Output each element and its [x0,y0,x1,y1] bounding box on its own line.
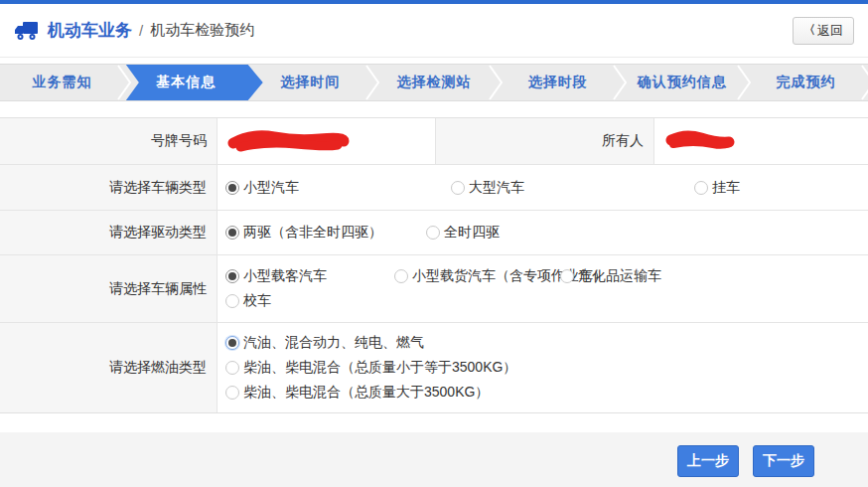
radio-option[interactable]: 小型载客汽车 [225,267,394,285]
options-group: 两驱（含非全时四驱）全时四驱 [217,211,868,254]
radio-option-label: 校车 [243,292,271,310]
step-item-6[interactable]: 确认预约信息 [620,65,744,100]
owner-label: 所有人 [436,118,654,164]
radio-unselected-icon[interactable] [225,361,239,375]
step-label: 基本信息 [156,74,216,91]
options-group: 小型载客汽车小型载货汽车（含专项作业车）危化品运输车校车 [217,255,868,322]
form-row: 请选择燃油类型汽油、混合动力、纯电、燃气柴油、柴电混合（总质量小于等于3500K… [0,323,868,412]
plate-number-value [217,118,436,164]
page-header: 机动车业务 / 机动车检验预约 〈 返回 [0,4,868,58]
breadcrumb-separator: / [139,22,143,39]
form-row-label: 请选择燃油类型 [0,323,217,412]
breadcrumb-current: 机动车检验预约 [150,21,254,40]
back-chevron-icon: 〈 [803,22,815,39]
redacted-plate-scribble [226,128,351,154]
radio-unselected-icon[interactable] [694,181,708,195]
radio-unselected-icon[interactable] [394,269,408,283]
radio-option[interactable]: 汽油、混合动力、纯电、燃气 [225,334,424,352]
form-row: 请选择驱动类型两驱（含非全时四驱）全时四驱 [0,211,868,255]
step-item-5[interactable]: 选择时段 [496,65,620,100]
radio-option[interactable]: 校车 [225,292,271,310]
radio-option-label: 两驱（含非全时四驱） [243,224,382,242]
radio-option-label: 全时四驱 [444,224,500,242]
form-row-label: 请选择车辆类型 [0,165,217,210]
radio-option-label: 小型载客汽车 [243,267,327,285]
form-row: 请选择车辆属性小型载客汽车小型载货汽车（含专项作业车）危化品运输车校车 [0,255,868,323]
radio-option[interactable]: 两驱（含非全时四驱） [225,224,426,242]
options-group: 汽油、混合动力、纯电、燃气柴油、柴电混合（总质量小于等于3500KG）柴油、柴电… [217,323,868,412]
steps-bar: 业务需知基本信息选择时间选择检测站选择时段确认预约信息完成预约 [0,64,868,101]
step-label: 完成预约 [777,74,836,91]
form-row-label: 请选择车辆属性 [0,255,217,322]
radio-option-label: 柴油、柴电混合（总质量小于等于3500KG） [243,359,516,377]
step-label: 业务需知 [32,74,91,91]
options-line: 小型汽车大型汽车挂车 [225,175,868,200]
radio-selected-icon[interactable] [225,181,239,195]
next-step-button[interactable]: 下一步 [753,445,814,477]
radio-option[interactable]: 柴油、柴电混合（总质量大于3500KG） [225,384,489,402]
radio-selected-icon[interactable] [225,226,239,240]
radio-selected-icon[interactable] [225,269,239,283]
options-line: 柴油、柴电混合（总质量小于等于3500KG） [225,356,868,381]
radio-option-label: 小型汽车 [243,179,299,197]
truck-icon [14,20,40,42]
options-line: 柴油、柴电混合（总质量大于3500KG） [225,381,868,406]
appointment-form: 号牌号码 所有人 请选择车辆类型小型汽车大型汽车挂车请选择驱动类型两驱（含非全时… [0,117,868,413]
step-separator-icon [860,65,868,100]
form-row-label: 请选择驱动类型 [0,211,217,254]
owner-value [654,118,868,164]
radio-option-label: 柴油、柴电混合（总质量大于3500KG） [243,384,489,402]
radio-option-label: 大型汽车 [469,179,524,197]
redacted-owner-scribble [663,129,737,153]
radio-option[interactable]: 柴油、柴电混合（总质量小于等于3500KG） [225,359,516,377]
radio-option[interactable]: 危化品运输车 [560,267,661,285]
step-item-1[interactable]: 业务需知 [0,65,124,100]
radio-unselected-icon[interactable] [451,181,465,195]
step-item-2[interactable]: 基本信息 [124,65,248,100]
prev-step-button[interactable]: 上一步 [677,445,739,477]
back-button[interactable]: 〈 返回 [793,17,854,45]
radio-selected-icon[interactable] [225,336,239,350]
footer-actions: 上一步 下一步 [0,432,868,487]
options-line: 校车 [225,289,868,314]
plate-owner-row: 号牌号码 所有人 [0,118,868,165]
step-label: 选择时间 [280,74,340,91]
radio-option-label: 挂车 [712,179,740,197]
radio-option[interactable]: 挂车 [694,179,740,197]
radio-unselected-icon[interactable] [225,386,239,400]
plate-number-label: 号牌号码 [0,118,217,164]
step-label: 选择时段 [528,74,588,91]
step-label: 确认预约信息 [638,74,727,91]
radio-option[interactable]: 全时四驱 [426,224,500,242]
page-title: 机动车业务 [48,19,132,42]
options-group: 小型汽车大型汽车挂车 [217,165,868,210]
form-rows-container: 请选择车辆类型小型汽车大型汽车挂车请选择驱动类型两驱（含非全时四驱）全时四驱请选… [0,165,868,412]
radio-option-label: 汽油、混合动力、纯电、燃气 [243,334,424,352]
options-line: 汽油、混合动力、纯电、燃气 [225,331,868,356]
step-item-3[interactable]: 选择时间 [248,65,372,100]
options-line: 小型载客汽车小型载货汽车（含专项作业车）危化品运输车 [225,264,868,289]
radio-unselected-icon[interactable] [225,294,239,308]
radio-unselected-icon[interactable] [560,269,574,283]
radio-option[interactable]: 小型汽车 [225,179,451,197]
radio-option-label: 危化品运输车 [578,267,661,285]
radio-option[interactable]: 小型载货汽车（含专项作业车） [394,267,560,285]
step-item-4[interactable]: 选择检测站 [372,65,497,100]
radio-unselected-icon[interactable] [426,226,440,240]
step-item-7[interactable]: 完成预约 [744,65,868,100]
options-line: 两驱（含非全时四驱）全时四驱 [225,221,868,245]
form-row: 请选择车辆类型小型汽车大型汽车挂车 [0,165,868,211]
radio-option[interactable]: 大型汽车 [451,179,694,197]
step-label: 选择检测站 [397,74,472,91]
back-button-label: 返回 [817,22,843,40]
